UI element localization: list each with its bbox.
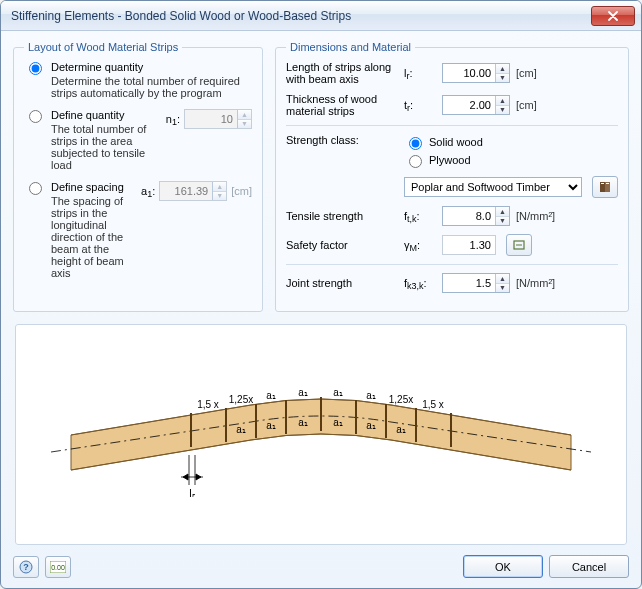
dim-legend: Dimensions and Material: [286, 41, 415, 53]
dialog-window: Stiffening Elements - Bonded Solid Wood …: [0, 0, 642, 589]
ftk-symbol: ft,k:: [404, 210, 436, 222]
lr-dim-label: lᵣ: [189, 487, 194, 499]
radio-define-spacing[interactable]: [29, 182, 42, 195]
lr-unit: [cm]: [516, 67, 570, 79]
spinner-up-icon[interactable]: ▲: [496, 96, 509, 106]
sc-plywood-option: Plywood: [404, 152, 483, 168]
cancel-button[interactable]: Cancel: [549, 555, 629, 578]
length-label: Length of strips along with beam axis: [286, 61, 398, 85]
units-button[interactable]: 0.00: [45, 556, 71, 578]
dialog-footer: ? 0.00 OK Cancel: [13, 555, 629, 578]
spinner-down-icon[interactable]: ▼: [496, 74, 509, 83]
opt3-desc: The spacing of strips in the longitudina…: [51, 195, 135, 279]
library-button[interactable]: [592, 176, 618, 198]
pick-icon: [512, 238, 526, 252]
svg-text:a₁: a₁: [396, 424, 406, 435]
svg-text:1,25x: 1,25x: [229, 394, 253, 405]
tensile-row: Tensile strength ft,k: ▲▼ [N/mm²]: [286, 206, 618, 226]
svg-text:0.00: 0.00: [51, 564, 65, 571]
fk3k-value[interactable]: [443, 274, 495, 292]
opt2-desc: The total number of strips in the area s…: [51, 123, 160, 171]
layout-group: Layout of Wood Material Strips Determine…: [13, 41, 263, 312]
divider-2: [286, 264, 618, 265]
spinner-up-icon[interactable]: ▲: [496, 274, 509, 284]
sc-label: Strength class:: [286, 134, 398, 146]
n1-value: [185, 110, 237, 128]
layout-legend: Layout of Wood Material Strips: [24, 41, 182, 53]
book-icon: [598, 180, 612, 194]
spinner-down-icon[interactable]: ▼: [496, 284, 509, 293]
opt3-label: Define spacing: [51, 181, 135, 193]
ftk-spinner[interactable]: ▲▼: [442, 206, 510, 226]
thick-label: Thickness of wood material strips: [286, 93, 398, 117]
spinner-down-icon[interactable]: ▼: [496, 217, 509, 226]
joint-strength-row: Joint strength fk3,k: ▲▼ [N/mm²]: [286, 273, 618, 293]
svg-text:a₁: a₁: [366, 390, 376, 401]
spinner-up-icon[interactable]: ▲: [496, 207, 509, 217]
thickness-row: Thickness of wood material strips tr: ▲▼…: [286, 93, 618, 117]
tr-unit: [cm]: [516, 99, 570, 111]
fk3k-unit: [N/mm²]: [516, 277, 570, 289]
svg-text:a₁: a₁: [298, 387, 308, 398]
svg-text:a₁: a₁: [266, 390, 276, 401]
sc-ply-label: Plywood: [429, 154, 471, 166]
opt3-tail: a1: ▲▼ [cm]: [141, 181, 252, 201]
a1-symbol: a1:: [141, 185, 155, 197]
radio-define-quantity[interactable]: [29, 110, 42, 123]
spinner-down-icon: ▼: [238, 120, 251, 129]
opt2-tail: n1: ▲▼: [166, 109, 252, 129]
titlebar: Stiffening Elements - Bonded Solid Wood …: [1, 1, 641, 31]
radio-solid-wood[interactable]: [409, 137, 422, 150]
svg-text:a₁: a₁: [333, 417, 343, 428]
divider: [286, 125, 618, 126]
dimensions-group: Dimensions and Material Length of strips…: [275, 41, 629, 312]
svg-text:a₁: a₁: [298, 417, 308, 428]
decimals-icon: 0.00: [50, 561, 66, 573]
dialog-content: Layout of Wood Material Strips Determine…: [1, 31, 641, 588]
strength-class-row: Strength class: Solid wood Plywood: [286, 134, 618, 168]
diagram-panel: 1,5 x 1,25x a₁ a₁ a₁ a₁ 1,25x 1,5 x a₁ a…: [15, 324, 627, 545]
close-button[interactable]: [591, 6, 635, 26]
spinner-up-icon: ▲: [238, 110, 251, 120]
radio-determine-quantity[interactable]: [29, 62, 42, 75]
svg-text:1,5 x: 1,5 x: [422, 399, 444, 410]
sc-solid-label: Solid wood: [429, 136, 483, 148]
svg-text:?: ?: [23, 562, 29, 572]
spinner-down-icon[interactable]: ▼: [496, 106, 509, 115]
lr-symbol: lr:: [404, 67, 436, 79]
timber-combo[interactable]: Poplar and Softwood Timber: [404, 177, 582, 197]
a1-value: [160, 182, 212, 200]
window-title: Stiffening Elements - Bonded Solid Wood …: [11, 9, 591, 23]
tr-spinner[interactable]: ▲▼: [442, 95, 510, 115]
spinner-up-icon: ▲: [213, 182, 226, 192]
spinner-up-icon[interactable]: ▲: [496, 64, 509, 74]
radio-plywood[interactable]: [409, 155, 422, 168]
lr-value[interactable]: [443, 64, 495, 82]
safety-factor-row: Safety factor γM:: [286, 234, 618, 256]
lr-spinner[interactable]: ▲▼: [442, 63, 510, 83]
svg-text:a₁: a₁: [266, 420, 276, 431]
close-icon: [607, 11, 619, 21]
pick-button[interactable]: [506, 234, 532, 256]
gamma-value: [443, 236, 495, 254]
svg-text:a₁: a₁: [366, 420, 376, 431]
opt1-desc: Determine the total number of required s…: [51, 75, 252, 99]
ftk-value[interactable]: [443, 207, 495, 225]
tr-value[interactable]: [443, 96, 495, 114]
timber-combo-row: Poplar and Softwood Timber: [286, 176, 618, 198]
beam-diagram: 1,5 x 1,25x a₁ a₁ a₁ a₁ 1,25x 1,5 x a₁ a…: [20, 329, 622, 540]
a1-spinner: ▲▼: [159, 181, 227, 201]
svg-text:1,5 x: 1,5 x: [197, 399, 219, 410]
n1-symbol: n1:: [166, 113, 180, 125]
ok-button[interactable]: OK: [463, 555, 543, 578]
option-define-quantity: Define quantity The total number of stri…: [24, 109, 252, 171]
opt1-label: Determine quantity: [51, 61, 252, 73]
opt2-label: Define quantity: [51, 109, 160, 121]
sf-label: Safety factor: [286, 239, 398, 251]
option-determine-quantity: Determine quantity Determine the total n…: [24, 61, 252, 99]
fk3k-spinner[interactable]: ▲▼: [442, 273, 510, 293]
spinner-down-icon: ▼: [213, 192, 226, 201]
gamma-field: [442, 235, 496, 255]
length-row: Length of strips along with beam axis lr…: [286, 61, 618, 85]
help-button[interactable]: ?: [13, 556, 39, 578]
